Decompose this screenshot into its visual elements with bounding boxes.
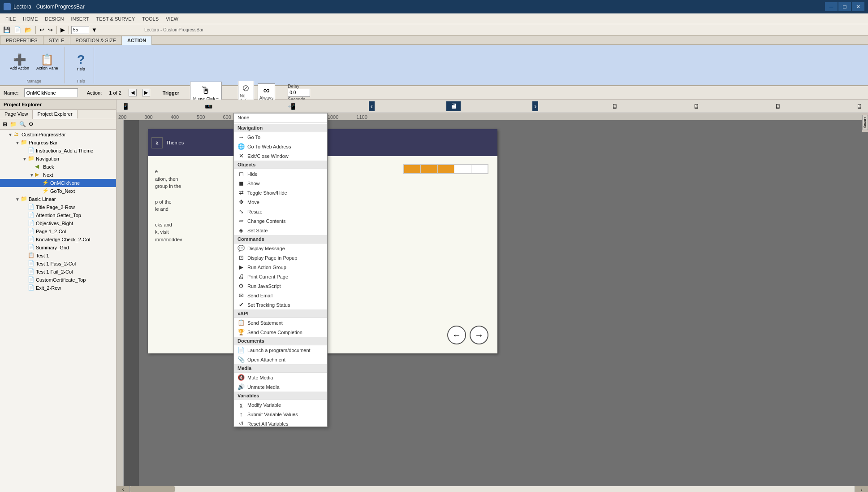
action-prev-button[interactable]: ◀ <box>129 89 137 96</box>
dropdown-print-page[interactable]: 🖨 Print Current Page <box>234 272 327 281</box>
delay-input[interactable] <box>288 89 310 97</box>
tree-item-basic-linear[interactable]: ▼ 📁 Basic Linear <box>0 195 116 203</box>
tree-item-objectives[interactable]: ▷ 📄 Objectives_Right <box>0 219 116 227</box>
tab-project-explorer[interactable]: Project Explorer <box>33 110 77 119</box>
version-down[interactable]: ▼ <box>90 26 99 34</box>
dropdown-goto[interactable]: → Go To <box>234 132 327 142</box>
name-input[interactable] <box>24 88 78 97</box>
menu-file[interactable]: FILE <box>2 15 19 22</box>
device-phone-landscape[interactable]: 📱 <box>204 100 213 112</box>
tree-item-instructions[interactable]: ▷ 📄 Instructions_Add a Theme <box>0 147 116 155</box>
device-wide-3[interactable]: 🖥 <box>773 102 783 111</box>
scroll-right-button[interactable]: › <box>855 486 868 492</box>
dropdown-display-message[interactable]: 💬 Display Message <box>234 244 327 253</box>
dropdown-set-tracking[interactable]: ✔ Set Tracking Status <box>234 300 327 309</box>
dropdown-none-item[interactable]: None <box>234 113 327 122</box>
device-wide-2[interactable]: 🖥 <box>691 102 701 111</box>
dropdown-goto-web[interactable]: 🌐 Go To Web Address <box>234 142 327 151</box>
menu-tools[interactable]: TOOLS <box>138 15 162 22</box>
dropdown-show[interactable]: ◼ Show <box>234 179 327 188</box>
desktop-nav-next[interactable]: › <box>532 101 538 111</box>
tree-item-test1-fail[interactable]: ▷ 📄 Test 1 Fail_2-Col <box>0 268 116 276</box>
device-wide-4[interactable]: 🖥 <box>855 102 864 111</box>
redo-button[interactable]: ↪ <box>47 26 54 34</box>
tree-item-test1[interactable]: ▷ 📋 Test 1 <box>0 252 116 260</box>
dropdown-send-course-completion[interactable]: 🏆 Send Course Completion <box>234 327 327 337</box>
desktop-icon[interactable]: 🖥 <box>446 101 461 111</box>
dropdown-toggle-show-hide[interactable]: ⇄ Toggle Show/Hide <box>234 188 327 197</box>
tree-item-cert[interactable]: ▷ 📄 CustomCertificate_Top <box>0 276 116 284</box>
maximize-button[interactable]: □ <box>838 2 851 11</box>
close-button[interactable]: ✕ <box>852 2 864 11</box>
dropdown-submit-variable[interactable]: ↑ Submit Variable Values <box>234 409 327 419</box>
new-button[interactable]: 📄 <box>13 26 22 34</box>
tab-page-view[interactable]: Page View <box>0 110 33 119</box>
tree-item-root[interactable]: ▼ 🗂 CustomProgressBar <box>0 131 116 139</box>
menu-home[interactable]: HOME <box>19 15 41 22</box>
open-button[interactable]: 📂 <box>23 26 33 34</box>
tree-item-summary[interactable]: ▷ 📄 Summary_Grid <box>0 244 116 252</box>
dropdown-move[interactable]: ✥ Move <box>234 197 327 207</box>
dropdown-exit-window[interactable]: ✕ Exit/Close Window <box>234 151 327 161</box>
tree-item-attention[interactable]: ▷ 📄 Attention Getter_Top <box>0 211 116 219</box>
progress-bar-widget[interactable] <box>403 164 488 174</box>
dropdown-modify-variable[interactable]: χ Modify Variable <box>234 400 327 409</box>
action-pane-button[interactable]: 📋 Action Pane <box>34 53 61 72</box>
menu-insert[interactable]: INSERT <box>67 15 92 22</box>
dropdown-send-statement[interactable]: 📋 Send Statement <box>234 318 327 327</box>
tree-item-progress-bar[interactable]: ▼ 📁 Progress Bar <box>0 139 116 147</box>
desktop-nav-prev[interactable]: ‹ <box>369 101 375 111</box>
tree-item-onmclk[interactable]: ▷ ⚡ OnMClkNone <box>0 179 116 187</box>
dropdown-reset-variables[interactable]: ↺ Reset All Variables <box>234 419 327 427</box>
tab-position-size[interactable]: POSITION & SIZE <box>70 36 122 44</box>
dropdown-change-contents[interactable]: ✏ Change Contents <box>234 216 327 226</box>
menu-design[interactable]: DESIGN <box>41 15 67 22</box>
horizontal-scrollbar[interactable]: ‹ › <box>117 486 868 492</box>
tree-item-goto-next[interactable]: ▷ ⚡ GoTo_Next <box>0 187 116 195</box>
action-next-button[interactable]: ▶ <box>142 89 150 96</box>
dropdown-open-attachment[interactable]: 📎 Open Attachment <box>234 355 327 364</box>
dropdown-launch-program[interactable]: 📄 Launch a program/document <box>234 345 327 355</box>
next-arrow-button[interactable]: → <box>470 326 488 344</box>
tree-item-test1-pass[interactable]: ▷ 📄 Test 1 Pass_2-Col <box>0 260 116 268</box>
dropdown-send-email[interactable]: ✉ Send Email <box>234 291 327 300</box>
dropdown-set-state[interactable]: ◈ Set State <box>234 226 327 235</box>
preview-button[interactable]: ▶ <box>59 26 66 34</box>
device-tablet[interactable]: 📲 <box>286 102 297 111</box>
scroll-track[interactable] <box>130 486 855 492</box>
dropdown-run-js[interactable]: ⚙ Run JavaScript <box>234 281 327 291</box>
tab-button[interactable]: PROPERTIES <box>0 36 43 44</box>
dropdown-mute-media[interactable]: 🔇 Mute Media <box>234 373 327 382</box>
back-btn-page[interactable]: k <box>151 137 163 148</box>
tree-item-knowledge[interactable]: ▷ 📄 Knowledge Check_2-Col <box>0 235 116 244</box>
pe-btn-3[interactable]: 🔍 <box>18 120 27 128</box>
window-controls[interactable]: ─ □ ✕ <box>825 2 864 11</box>
save-button[interactable]: 💾 <box>2 26 12 34</box>
menu-test[interactable]: TEST & SURVEY <box>93 15 138 22</box>
minimize-button[interactable]: ─ <box>825 2 838 11</box>
dropdown-run-action-group[interactable]: ▶ Run Action Group <box>234 262 327 272</box>
undo-button[interactable]: ↩ <box>38 26 46 34</box>
tab-style[interactable]: STYLE <box>43 36 70 44</box>
pe-btn-2[interactable]: 📁 <box>9 120 17 128</box>
scroll-thumb[interactable] <box>130 486 175 492</box>
tree-item-page-1-2[interactable]: ▷ 📄 Page 1_2-Col <box>0 227 116 235</box>
pe-btn-1[interactable]: ⊞ <box>2 120 8 128</box>
library-tab[interactable]: Library <box>862 115 868 130</box>
help-button[interactable]: ? Help <box>72 52 90 73</box>
dropdown-display-page-popup[interactable]: ⊡ Display Page in Popup <box>234 253 327 262</box>
version-input[interactable]: 55 <box>71 26 89 34</box>
dropdown-unmute-media[interactable]: 🔊 Unmute Media <box>234 382 327 392</box>
pe-btn-4[interactable]: ⚙ <box>28 120 35 128</box>
device-phone-portrait[interactable]: 📱 <box>120 102 131 111</box>
scroll-left-button[interactable]: ‹ <box>117 486 130 492</box>
tree-item-exit[interactable]: ▷ 📄 Exit_2-Row <box>0 284 116 292</box>
tree-item-navigation[interactable]: ▼ 📁 Navigation <box>0 155 116 163</box>
tab-action[interactable]: ACTION <box>122 36 152 45</box>
device-wide-1[interactable]: 🖥 <box>610 102 620 111</box>
dropdown-resize[interactable]: ⤡ Resize <box>234 207 327 216</box>
dropdown-hide[interactable]: ◻ Hide <box>234 169 327 179</box>
tree-item-title-p2[interactable]: ▷ 📄 Title Page_2-Row <box>0 203 116 211</box>
tree-item-back[interactable]: ▷ ◀ Back <box>0 163 116 171</box>
add-action-button[interactable]: ➕ Add Action <box>7 53 32 72</box>
